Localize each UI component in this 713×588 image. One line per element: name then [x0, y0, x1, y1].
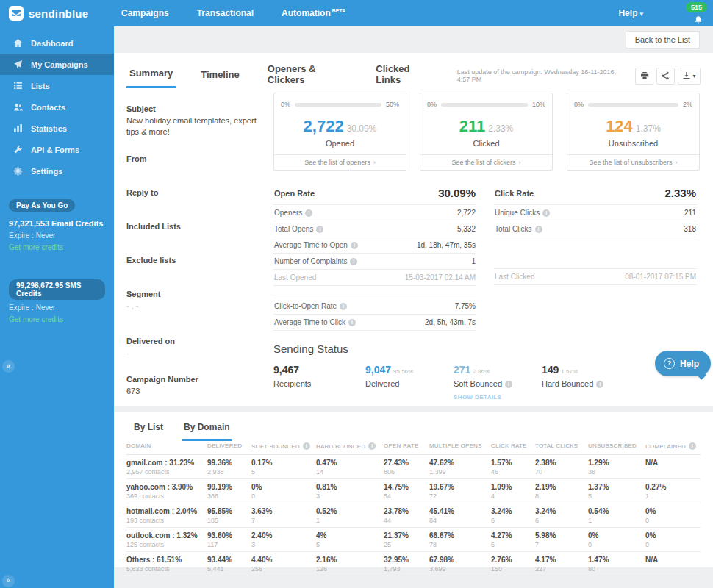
see-openers-link[interactable]: See the list of openers›	[274, 154, 406, 170]
cell-value: 1.37%	[588, 483, 645, 491]
see-unsubscribers-link[interactable]: See the list of unsubscribers›	[567, 154, 699, 170]
show-details-link[interactable]: SHOW DETAILS	[454, 394, 542, 401]
cell-value: 4%	[316, 531, 384, 539]
cell-subvalue: 125 contacts	[126, 541, 207, 548]
column-header[interactable]: UNSUBSCRIBED	[588, 442, 645, 450]
info-icon[interactable]: i	[505, 381, 512, 388]
info-icon[interactable]: i	[689, 442, 696, 450]
info-icon[interactable]: i	[351, 242, 358, 249]
table-cell: outlook.com : 1.32%125 contacts	[126, 531, 207, 548]
help-menu[interactable]: Help▾	[618, 8, 643, 18]
info-icon[interactable]: i	[340, 303, 347, 310]
info-icon[interactable]: i	[596, 381, 603, 388]
see-clickers-link[interactable]: See the list of clickers›	[420, 154, 552, 170]
sidebar-item-settings[interactable]: Settings	[0, 160, 114, 182]
notification-count-badge[interactable]: 515	[686, 2, 707, 12]
sidebar-item-statistics[interactable]: Statistics	[0, 118, 114, 139]
cell-subvalue: 5,823 contacts	[126, 565, 207, 573]
primary-nav: Campaigns Transactional AutomationBETA	[121, 8, 345, 18]
tab-summary[interactable]: Summary	[126, 63, 176, 88]
column-header[interactable]: DELIVERED	[207, 442, 251, 450]
cell-subvalue: 2,957 contacts	[126, 468, 207, 476]
cell-subvalue: 193 contacts	[126, 517, 207, 524]
sendinblue-logo-icon	[9, 6, 24, 21]
get-more-sms-credits-link[interactable]: Get more credits	[9, 315, 105, 323]
cell-value: 32.95%	[384, 556, 429, 564]
cell-subvalue: 117	[207, 541, 251, 548]
subject-label: Subject	[126, 104, 270, 113]
column-header[interactable]: DOMAIN	[126, 442, 207, 450]
cell-value: 0%	[251, 483, 316, 491]
table-cell: 0.81%3	[316, 483, 384, 500]
cell-value: 67.98%	[429, 556, 491, 564]
cell-value: 3.24%	[491, 507, 535, 515]
help-floating-button[interactable]: ? Help	[655, 351, 711, 376]
column-header[interactable]: MULTIPLE OPENS	[429, 442, 491, 450]
cell-subvalue: 6	[535, 517, 588, 524]
download-button[interactable]: ▾	[678, 68, 701, 85]
column-header[interactable]: OPEN RATE	[384, 442, 429, 450]
cell-value: Others : 61.51%	[126, 556, 207, 564]
info-icon[interactable]: i	[303, 442, 310, 450]
table-cell: 99.19%366	[207, 483, 251, 500]
cell-subvalue: 2,938	[207, 468, 251, 476]
get-more-email-credits-link[interactable]: Get more credits	[9, 243, 105, 251]
info-icon[interactable]: i	[350, 258, 357, 265]
bell-icon[interactable]	[694, 14, 703, 27]
cell-value: 2.76%	[491, 556, 535, 564]
info-icon[interactable]: i	[316, 226, 323, 233]
nav-automation[interactable]: AutomationBETA	[282, 8, 345, 18]
cell-value: 0.52%	[316, 507, 384, 515]
chevron-down-icon: ▾	[692, 73, 695, 79]
tab-by-list[interactable]: By List	[132, 416, 165, 441]
sendinblue-logo[interactable]: sendinblue	[0, 6, 105, 21]
nav-transactional[interactable]: Transactional	[197, 8, 254, 18]
cell-subvalue: 185	[207, 517, 251, 524]
opened-rate: 30.09%	[347, 123, 377, 134]
sidebar-item-api-forms[interactable]: API & Forms	[0, 139, 114, 160]
sidebar-item-lists[interactable]: Lists	[0, 75, 114, 96]
tab-clicked-links[interactable]: Clicked Links	[373, 59, 435, 93]
cell-value: 0.27%	[645, 483, 701, 491]
back-to-list-button[interactable]: Back to the List	[626, 31, 700, 49]
column-header[interactable]: TOTAL CLICKS	[535, 442, 588, 450]
cell-value: 3.24%	[535, 507, 588, 515]
info-icon[interactable]: i	[535, 226, 542, 233]
table-row: Others : 61.51%5,823 contacts93.44%5,441…	[126, 552, 701, 576]
table-cell: 99.36%2,938	[207, 459, 251, 476]
nav-campaigns[interactable]: Campaigns	[121, 8, 169, 18]
column-header[interactable]: SOFT BOUNCEDi	[251, 442, 316, 450]
sidebar-collapse-button[interactable]: «	[2, 360, 15, 373]
cell-value: 19.67%	[429, 483, 491, 491]
print-button[interactable]	[635, 68, 653, 85]
sidebar-item-contacts[interactable]: Contacts	[0, 96, 114, 118]
cell-value: 0%	[645, 507, 701, 515]
info-icon[interactable]: i	[368, 442, 376, 450]
clicked-count: 211	[459, 117, 486, 135]
info-icon[interactable]: i	[305, 209, 312, 217]
campaign-info-panel: SubjectNew holiday email templates, expe…	[126, 104, 270, 423]
tab-by-domain[interactable]: By Domain	[182, 416, 232, 441]
delivered-stat: 9,04795.56% Delivered	[365, 363, 454, 401]
sidebar-collapse-button-bottom[interactable]: «	[2, 575, 15, 587]
open-stats-list: Open Rate30.09% Openersi2,722 Total Open…	[273, 182, 476, 331]
cell-subvalue: 78	[429, 541, 491, 548]
cell-value: 21.37%	[384, 531, 429, 539]
beta-badge: BETA	[332, 8, 346, 13]
column-header[interactable]: HARD BOUNCEDi	[316, 442, 384, 450]
sidebar-item-dashboard[interactable]: Dashboard	[0, 32, 114, 54]
info-icon[interactable]: i	[348, 319, 356, 326]
tab-timeline[interactable]: Timeline	[198, 65, 243, 87]
cell-subvalue	[645, 565, 701, 573]
info-icon[interactable]: i	[542, 209, 550, 217]
table-cell: 4.27%5	[491, 531, 535, 548]
share-button[interactable]	[656, 68, 675, 85]
cell-subvalue: 8	[535, 492, 588, 500]
cell-subvalue: 3	[251, 541, 316, 548]
wrench-icon	[13, 145, 23, 154]
tab-openers-clickers[interactable]: Openers & Clickers	[265, 59, 351, 93]
cell-subvalue: 366	[207, 492, 251, 500]
column-header[interactable]: COMPLAINEDi	[645, 442, 701, 450]
sidebar-item-my-campaigns[interactable]: My Campaigns	[0, 54, 114, 75]
column-header[interactable]: CLICK RATE	[491, 442, 535, 450]
